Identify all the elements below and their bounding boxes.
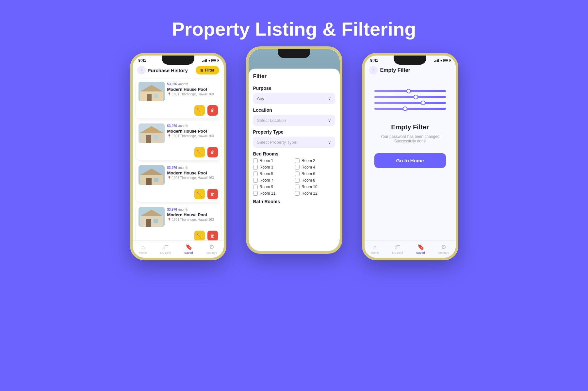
nav-saved-label: Saved (184, 251, 193, 254)
phones-container: 9:41 ▾ ‹ Pur (130, 53, 458, 260)
phone3-notch (394, 56, 426, 65)
purpose-dropdown[interactable]: Any ∨ (253, 93, 335, 104)
room-label: Room 1 (260, 158, 273, 163)
delete-button[interactable]: 🗑 (207, 189, 218, 199)
back-button[interactable]: ‹ (369, 66, 378, 74)
filter-panel: Filter Purpose Any ∨ Location Select Loc… (249, 69, 340, 251)
property-card: $3,976 /month Modern House Pool 📍 1901 T… (136, 204, 220, 244)
room-item: Room 3 (253, 165, 293, 170)
property-image (139, 123, 165, 143)
location-dropdown[interactable]: Select Location ∨ (253, 115, 335, 126)
property-image (139, 82, 165, 101)
saved-icon: 🔖 (185, 243, 192, 251)
nav-my-deal[interactable]: 🏷 My Deal (160, 244, 171, 254)
slider-row (374, 102, 446, 104)
svg-rect-19 (154, 219, 158, 223)
room-checkbox[interactable] (295, 158, 300, 163)
room-checkbox[interactable] (253, 191, 258, 196)
slider-track[interactable] (374, 90, 446, 92)
signal-icon (202, 59, 207, 62)
slider-thumb[interactable] (414, 95, 418, 99)
room-item: Room 10 (295, 185, 335, 189)
edit-button[interactable]: ✏️ (194, 105, 205, 116)
subtitle-line1: Your password has been changed (380, 134, 439, 139)
room-checkbox[interactable] (253, 185, 258, 189)
settings-icon: ⚙ (441, 243, 446, 251)
room-checkbox[interactable] (253, 158, 258, 163)
wifi-icon: ▾ (208, 59, 210, 62)
slider-track[interactable] (374, 102, 446, 104)
property-info: $3,976 /month Modern House Pool 📍 1901 T… (167, 82, 218, 96)
deal-icon: 🏷 (395, 244, 400, 251)
nav-my-deal[interactable]: 🏷 My Deal (392, 244, 403, 254)
chevron-down-icon: ∨ (328, 118, 331, 123)
nav-deal-label: My Deal (392, 251, 403, 254)
phone2-title: Filter (253, 73, 267, 80)
home-icon: ⌂ (373, 244, 377, 251)
nav-settings[interactable]: ⚙ Settings (206, 243, 217, 254)
chevron-down-icon: ∨ (328, 96, 331, 101)
room-checkbox[interactable] (295, 178, 300, 183)
nav-deal-label: My Deal (160, 251, 171, 254)
property-type-dropdown[interactable]: Select Property Type ∨ (253, 137, 335, 148)
property-info: $3,976 /month Modern House Pool 📍 1901 T… (167, 207, 218, 221)
nav-saved[interactable]: 🔖 Saved (184, 243, 193, 254)
room-label: Room 5 (260, 171, 273, 176)
slider-track[interactable] (374, 108, 446, 110)
room-checkbox[interactable] (253, 171, 258, 176)
nav-settings[interactable]: ⚙ Settings (438, 243, 449, 254)
room-item: Room 5 (253, 171, 293, 176)
room-checkbox[interactable] (253, 165, 258, 170)
phone1-title: Purchase History (148, 68, 188, 73)
property-type-label: Property Type (253, 129, 335, 135)
svg-rect-16 (140, 216, 163, 227)
phone1-time: 9:41 (139, 58, 146, 63)
slider-thumb[interactable] (406, 89, 411, 93)
phone1-header: ‹ Purchase History ⊞ Filter (133, 64, 224, 77)
delete-button[interactable]: 🗑 (207, 147, 218, 157)
svg-rect-18 (146, 219, 151, 227)
phone1-status-icons: ▾ (202, 59, 218, 62)
delete-button[interactable]: 🗑 (207, 231, 218, 241)
room-label: Room 3 (260, 165, 273, 170)
saved-icon: 🔖 (417, 243, 424, 251)
phone3-header: ‹ Empty Filter (365, 64, 456, 77)
property-price: $3,976 /month (167, 165, 218, 170)
phone-filter: Filter Purpose Any ∨ Location Select Loc… (246, 46, 342, 254)
nav-home[interactable]: ⌂ Home (371, 244, 379, 254)
go-home-button[interactable]: Go to Home (374, 153, 446, 168)
slider-row (374, 108, 446, 110)
slider-row (374, 96, 446, 98)
nav-home[interactable]: ⌂ Home (139, 244, 147, 254)
room-checkbox[interactable] (295, 191, 300, 196)
svg-rect-13 (146, 178, 152, 185)
filter-label: Filter (205, 68, 214, 73)
property-card: $3,976 /month Modern House Pool 📍 1901 T… (136, 163, 220, 202)
bathrooms-label: Bath Rooms (253, 199, 335, 204)
empty-filter-subtitle: Your password has been changed Successfu… (380, 134, 439, 143)
room-item: Room 9 (253, 185, 293, 189)
room-label: Room 11 (260, 191, 276, 196)
filter-button[interactable]: ⊞ Filter (196, 66, 219, 74)
room-checkbox[interactable] (253, 178, 258, 183)
edit-button[interactable]: ✏️ (194, 189, 205, 199)
property-image (139, 207, 165, 227)
slider-track[interactable] (374, 96, 446, 98)
edit-button[interactable]: ✏️ (194, 147, 205, 157)
slider-thumb[interactable] (421, 101, 425, 105)
nav-saved-label: Saved (416, 251, 425, 254)
edit-button[interactable]: ✏️ (194, 231, 205, 241)
delete-button[interactable]: 🗑 (207, 105, 218, 116)
room-item: Room 11 (253, 191, 293, 196)
slider-thumb[interactable] (403, 106, 407, 111)
property-card: $3,976 /month Modern House Pool 📍 1901 T… (136, 121, 220, 160)
nav-saved[interactable]: 🔖 Saved (416, 243, 425, 254)
property-address: 📍 1901 Thornridge, Hawaii 163 (167, 218, 218, 221)
room-checkbox[interactable] (295, 171, 300, 176)
room-item: Room 4 (295, 165, 335, 170)
room-checkbox[interactable] (295, 185, 300, 189)
back-button[interactable]: ‹ (137, 66, 146, 74)
purpose-value: Any (257, 96, 264, 101)
purpose-label: Purpose (253, 86, 335, 91)
room-checkbox[interactable] (295, 165, 300, 170)
